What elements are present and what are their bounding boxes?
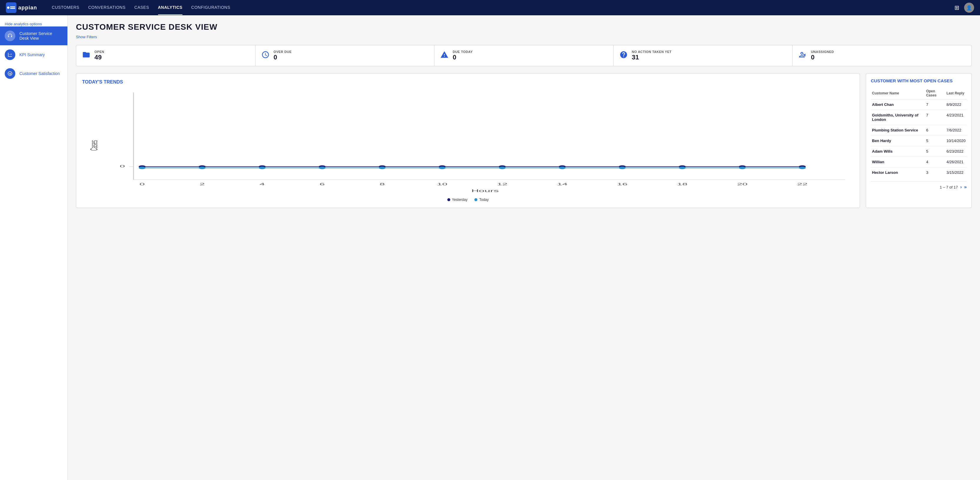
nav-configurations[interactable]: CONFIGURATIONS — [191, 0, 231, 15]
kpi-unassigned-label: UNASSIGNED — [811, 50, 834, 54]
open-cases-cell: 4 — [926, 160, 928, 164]
col-last-reply: Last Reply — [945, 87, 967, 99]
nav-cases[interactable]: CASES — [135, 0, 149, 15]
svg-point-0 — [7, 6, 10, 9]
svg-point-36 — [319, 167, 326, 169]
nav-analytics[interactable]: ANALYTICS — [158, 0, 183, 15]
app-logo: appian — [6, 2, 37, 13]
open-cases-cell: 7 — [926, 113, 928, 118]
customer-name-cell: Plumbing Station Service — [872, 128, 918, 132]
chart-icon — [5, 49, 15, 60]
svg-point-39 — [499, 167, 506, 169]
last-reply-cell: 10/14/2020 — [947, 138, 966, 143]
last-reply-cell: 4/23/2021 — [947, 113, 964, 118]
kpi-open-text: OPEN 49 — [94, 50, 104, 61]
svg-text:8: 8 — [380, 182, 385, 186]
kpi-overdue-label: OVER DUE — [274, 50, 292, 54]
pagination-next[interactable]: › — [960, 184, 962, 190]
open-cases-cell: 6 — [926, 128, 928, 132]
svg-text:10: 10 — [437, 182, 448, 186]
customer-name-cell: Willian — [872, 160, 885, 164]
svg-point-38 — [439, 167, 445, 169]
last-reply-cell: 4/26/2021 — [947, 160, 964, 164]
kpi-due-today: DUE TODAY 0 — [434, 45, 614, 66]
svg-point-40 — [559, 167, 566, 169]
warning-icon — [440, 51, 449, 60]
customer-name-cell: Hector Larson — [872, 170, 898, 175]
chart-card: TODAY'S TRENDS Cases 0 0 2 — [76, 73, 860, 208]
last-reply-cell: 3/15/2022 — [947, 170, 964, 175]
avatar[interactable]: 👤 — [964, 3, 974, 13]
pagination-last[interactable]: » — [964, 184, 967, 190]
kpi-no-action-text: NO ACTION TAKEN YET 31 — [632, 50, 671, 61]
svg-text:18: 18 — [677, 182, 688, 186]
customer-table-title: CUSTOMER WITH MOST OPEN CASES — [871, 78, 967, 83]
svg-text:16: 16 — [617, 182, 628, 186]
kpi-overdue-text: OVER DUE 0 — [274, 50, 292, 61]
nav-customers[interactable]: CUSTOMERS — [52, 0, 80, 15]
kpi-unassigned-text: UNASSIGNED 0 — [811, 50, 834, 61]
table-row: Ben Hardy 5 10/14/2020 — [871, 135, 967, 146]
table-row: Willian 4 4/26/2021 — [871, 157, 967, 167]
kpi-due-today-text: DUE TODAY 0 — [453, 50, 473, 61]
chart-title: TODAY'S TRENDS — [82, 79, 854, 85]
kpi-unassigned: UNASSIGNED 0 — [792, 45, 972, 66]
svg-text:4: 4 — [259, 182, 265, 186]
svg-text:6: 6 — [320, 182, 325, 186]
nav-conversations[interactable]: CONVERSATIONS — [88, 0, 126, 15]
svg-text:0: 0 — [140, 182, 145, 186]
svg-text:Cases: Cases — [88, 140, 100, 151]
kpi-overdue: OVER DUE 0 — [255, 45, 435, 66]
legend-today-label: Today — [479, 198, 488, 202]
svg-text:20: 20 — [737, 182, 748, 186]
chart-wrapper: Cases 0 0 2 4 6 8 10 — [82, 89, 854, 195]
col-customer-name: Customer Name — [871, 87, 925, 99]
svg-point-34 — [199, 167, 205, 169]
customer-name-cell: Goldsmiths, University of London — [872, 113, 918, 122]
svg-point-33 — [138, 167, 145, 169]
kpi-no-action-label: NO ACTION TAKEN YET — [632, 50, 671, 54]
svg-text:Hours: Hours — [471, 189, 499, 193]
table-row: Plumbing Station Service 6 7/6/2022 — [871, 125, 967, 135]
page-title: CUSTOMER SERVICE DESK VIEW — [76, 22, 972, 32]
table-row: Hector Larson 3 3/15/2022 — [871, 167, 967, 178]
svg-point-37 — [379, 167, 385, 169]
sidebar-item-customer-satisfaction[interactable]: Customer Satisfaction — [0, 64, 67, 83]
sidebar-item-kpi-summary[interactable]: KPI Summary — [0, 45, 67, 64]
kpi-due-today-value: 0 — [453, 54, 473, 61]
logo-text: appian — [18, 5, 37, 11]
kpi-open-value: 49 — [94, 54, 104, 61]
folder-icon — [82, 51, 90, 60]
open-cases-cell: 7 — [926, 102, 928, 107]
sidebar: Hide analytics options Customer Service … — [0, 15, 68, 480]
kpi-unassigned-value: 0 — [811, 54, 834, 61]
kpi-open: OPEN 49 — [76, 45, 255, 66]
kpi-row: OPEN 49 OVER DUE 0 DUE T — [76, 45, 972, 66]
kpi-no-action: NO ACTION TAKEN YET 31 — [614, 45, 793, 66]
logo-icon — [6, 2, 16, 13]
open-cases-cell: 5 — [926, 138, 928, 143]
kpi-open-label: OPEN — [94, 50, 104, 54]
pagination-row: 1 – 7 of 17 › » — [871, 181, 967, 190]
show-filters-link[interactable]: Show Filters — [76, 35, 97, 39]
last-reply-cell: 6/23/2022 — [947, 149, 964, 154]
table-row: Albert Chan 7 8/9/2022 — [871, 99, 967, 110]
customer-name-cell: Ben Hardy — [872, 138, 891, 143]
kpi-no-action-value: 31 — [632, 54, 671, 61]
nav-right-controls: ⊞ 👤 — [955, 3, 974, 13]
person-x-icon — [799, 51, 807, 60]
chart-legend: Yesterday Today — [82, 198, 854, 202]
legend-yesterday: Yesterday — [447, 198, 468, 202]
hide-analytics-link[interactable]: Hide analytics options — [0, 22, 46, 31]
kpi-overdue-value: 0 — [274, 54, 292, 61]
legend-yesterday-dot — [447, 198, 450, 201]
customer-name-cell: Adam Wills — [872, 149, 892, 154]
grid-icon[interactable]: ⊞ — [955, 4, 959, 11]
svg-point-35 — [259, 167, 266, 169]
customer-table-card: CUSTOMER WITH MOST OPEN CASES Customer N… — [866, 73, 972, 208]
svg-text:22: 22 — [797, 182, 808, 186]
last-reply-cell: 8/9/2022 — [947, 102, 961, 107]
main-container: Hide analytics options Customer Service … — [0, 15, 980, 480]
svg-text:2: 2 — [199, 182, 205, 186]
legend-today: Today — [474, 198, 488, 202]
